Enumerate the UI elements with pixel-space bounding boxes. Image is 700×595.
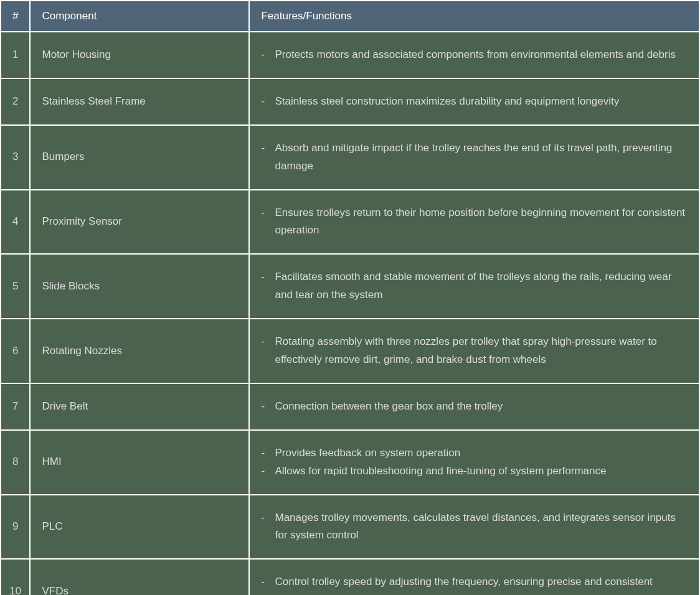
row-number: 9 [1,495,29,559]
features-list: Facilitates smooth and stable movement o… [261,268,688,304]
row-number: 10 [1,560,29,595]
features-cell: Rotating assembly with three nozzles per… [250,319,699,383]
features-list: Provides feedback on system operationAll… [261,444,688,480]
table-row: 2Stainless Steel FrameStainless steel co… [1,79,699,124]
table-row: 6Rotating NozzlesRotating assembly with … [1,319,699,383]
feature-item: Facilitates smooth and stable movement o… [261,268,688,304]
feature-item: Manages trolley movements, calculates tr… [261,509,688,545]
row-number: 1 [1,32,29,78]
feature-item: Allows for rapid troubleshooting and fin… [261,462,688,480]
feature-item: Provides feedback on system operation [261,444,688,462]
table-row: 3BumpersAbsorb and mitigate impact if th… [1,126,699,189]
row-number: 7 [1,384,29,429]
table-row: 8HMIProvides feedback on system operatio… [1,431,699,494]
table-row: 5Slide BlocksFacilitates smooth and stab… [1,255,699,318]
feature-item: Absorb and mitigate impact if the trolle… [261,139,688,176]
table-header-row: # Component Features/Functions [1,1,699,31]
feature-item: Stainless steel construction maximizes d… [261,93,688,111]
component-name: Proximity Sensor [31,190,248,254]
row-number: 2 [1,79,29,124]
component-name: Motor Housing [31,32,248,78]
table-row: 10VFDsControl trolley speed by adjusting… [1,560,699,595]
features-cell: Connection between the gear box and the … [250,384,699,429]
features-list: Control trolley speed by adjusting the f… [261,573,688,595]
table-row: 7Drive BeltConnection between the gear b… [1,384,699,429]
row-number: 3 [1,126,29,189]
feature-item: Ensures trolleys return to their home po… [261,204,688,240]
features-list: Manages trolley movements, calculates tr… [261,509,688,545]
feature-item: Connection between the gear box and the … [261,398,688,416]
row-number: 6 [1,319,29,383]
components-table: # Component Features/Functions 1Motor Ho… [0,0,700,595]
component-name: HMI [31,431,248,494]
header-number: # [1,1,29,31]
features-cell: Control trolley speed by adjusting the f… [250,560,699,595]
features-cell: Ensures trolleys return to their home po… [250,190,699,254]
table-row: 1Motor HousingProtects motors and associ… [1,32,699,78]
component-name: VFDs [31,560,248,595]
table-row: 9PLCManages trolley movements, calculate… [1,495,699,559]
features-cell: Manages trolley movements, calculates tr… [250,495,699,559]
component-name: Rotating Nozzles [31,319,248,383]
feature-item: Control trolley speed by adjusting the f… [261,573,688,595]
component-name: Drive Belt [31,384,248,429]
feature-item: Protects motors and associated component… [261,46,688,64]
component-name: Bumpers [31,126,248,189]
header-component: Component [31,1,248,31]
features-cell: Absorb and mitigate impact if the trolle… [250,126,699,189]
features-list: Rotating assembly with three nozzles per… [261,333,688,369]
row-number: 5 [1,255,29,318]
features-cell: Facilitates smooth and stable movement o… [250,255,699,318]
table-row: 4Proximity SensorEnsures trolleys return… [1,190,699,254]
component-name: Stainless Steel Frame [31,79,248,124]
component-name: PLC [31,495,248,559]
features-list: Absorb and mitigate impact if the trolle… [261,139,688,176]
feature-item: Rotating assembly with three nozzles per… [261,333,688,369]
features-list: Connection between the gear box and the … [261,398,688,416]
features-cell: Provides feedback on system operationAll… [250,431,699,494]
row-number: 8 [1,431,29,494]
features-list: Stainless steel construction maximizes d… [261,93,688,111]
features-cell: Protects motors and associated component… [250,32,699,78]
features-list: Ensures trolleys return to their home po… [261,204,688,240]
component-name: Slide Blocks [31,255,248,318]
features-list: Protects motors and associated component… [261,46,688,64]
row-number: 4 [1,190,29,254]
features-cell: Stainless steel construction maximizes d… [250,79,699,124]
header-features: Features/Functions [250,1,699,31]
